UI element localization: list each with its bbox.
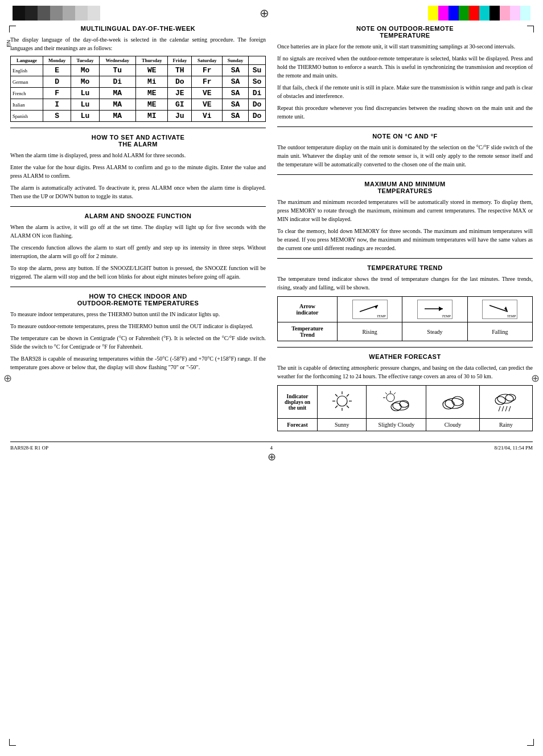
lang-col-header: Language: [11, 56, 43, 65]
table-cell: TH: [168, 65, 192, 76]
divider-1: [10, 128, 266, 128]
temp-label-1: TEMP: [377, 314, 386, 318]
outdoor-remote-section: NOTE ON OUTDOOR-REMOTETEMPERATURE Once b…: [277, 25, 533, 121]
table-cell: Lu: [71, 88, 99, 99]
falling-label: Falling: [467, 322, 532, 341]
alarm-p1: When the alarm time is displayed, press …: [10, 151, 266, 160]
table-cell: Lu: [71, 99, 99, 111]
alarm-p2: Enter the value for the hour digits. Pre…: [10, 163, 266, 180]
color-bar-right: [428, 6, 530, 21]
svg-line-19: [394, 393, 396, 394]
steady-label: Steady: [402, 322, 467, 341]
table-cell: Mo: [71, 65, 99, 76]
sunny-icon-cell: [318, 386, 367, 419]
table-cell: SA: [223, 99, 249, 111]
table-cell: Tu: [99, 65, 136, 76]
svg-point-15: [386, 394, 394, 402]
footer-model: BAR928-E R1 OP: [10, 445, 48, 451]
table-cell: D: [43, 76, 71, 88]
temp-trend-p1: The temperature trend indicator shows th…: [277, 275, 533, 292]
steady-arrow-cell: TEMP: [402, 297, 467, 322]
table-cell: Su: [248, 65, 265, 76]
slightly-cloudy-icon: [379, 389, 413, 414]
outdoor-p2: If no signals are received when the outd…: [277, 54, 533, 80]
indoor-p4: The BAR928 is capable of measuring tempe…: [10, 354, 266, 371]
lang-name-de: German: [11, 76, 43, 88]
table-row: Forecast Sunny Slightly Cloudy Cloudy Ra…: [278, 419, 533, 431]
svg-point-6: [337, 396, 347, 406]
weather-p1: The unit is capable of detecting atmosph…: [277, 363, 533, 381]
outdoor-p1: Once batteries are in place for the remo…: [277, 42, 533, 51]
snooze-title: ALARM AND SNOOZE FUNCTION: [10, 213, 266, 219]
lang-name-it: Italian: [11, 99, 43, 111]
temperature-trend-header: TemperatureTrend: [278, 322, 338, 341]
table-cell: MI: [136, 111, 168, 122]
wed-col-header: Wednesday: [99, 56, 136, 65]
footer-date: 8/21/04, 11:54 PM: [495, 445, 533, 451]
sunny-icon: [328, 389, 356, 414]
table-cell: S: [43, 111, 71, 122]
table-cell: ME: [136, 99, 168, 111]
forecast-header: Forecast: [278, 419, 318, 431]
corner-mark-tr: [527, 26, 534, 32]
divider-6: [277, 258, 533, 259]
table-cell: Fr: [192, 76, 223, 88]
steady-arrow-box: TEMP: [417, 300, 452, 319]
sunny-label: Sunny: [318, 419, 367, 431]
table-row: Arrowindicator TEMP: [278, 297, 533, 322]
indoor-p3: The temperature can be shown in Centigra…: [10, 334, 266, 351]
table-cell: Do: [248, 111, 265, 122]
snooze-p2: The crescendo function allows the alarm …: [10, 243, 266, 260]
table-cell: Di: [99, 76, 136, 88]
table-cell: I: [43, 99, 71, 111]
divider-2: [10, 206, 266, 207]
alarm-p3: The alarm is automatically activated. To…: [10, 183, 266, 201]
right-crosshair-icon: ⊕: [531, 372, 540, 385]
temp-label-2: TEMP: [442, 314, 451, 318]
divider-4: [277, 126, 533, 127]
slightly-cloudy-label: Slightly Cloudy: [367, 419, 426, 431]
table-row: Indicatordisplays onthe unit: [278, 386, 533, 419]
table-cell: VE: [192, 99, 223, 111]
corner-mark-bl: [9, 739, 16, 746]
page-footer: BAR928-E R1 OP 4 8/21/04, 11:54 PM: [10, 442, 533, 451]
table-cell: ME: [136, 88, 168, 99]
table-row: TemperatureTrend Rising Steady Falling: [278, 322, 533, 341]
left-crosshair-icon: ⊕: [3, 372, 12, 385]
divider-7: [277, 347, 533, 348]
temp-label-3: TEMP: [507, 314, 516, 318]
left-column: MULTILINGUAL DAY-OF-THE-WEEK The display…: [10, 25, 266, 436]
language-label: EN: [6, 40, 11, 47]
rainy-label: Rainy: [479, 419, 532, 431]
temp-trend-title: TEMPERATURE TREND: [277, 264, 533, 271]
table-cell: MA: [99, 99, 136, 111]
right-column: NOTE ON OUTDOOR-REMOTETEMPERATURE Once b…: [277, 25, 533, 436]
table-cell: MA: [99, 88, 136, 99]
svg-line-13: [347, 394, 349, 397]
table-cell: E: [43, 65, 71, 76]
table-cell: JE: [168, 88, 192, 99]
svg-line-31: [505, 406, 507, 411]
corner-mark-br: [527, 739, 534, 746]
sat-col-header: Saturday: [192, 56, 223, 65]
table-row: English E Mo Tu WE TH Fr SA Su: [11, 65, 266, 76]
table-cell: MA: [99, 111, 136, 122]
table-cell: Fr: [192, 65, 223, 76]
indoor-p2: To measure outdoor-remote temperatures, …: [10, 322, 266, 330]
language-table: Language Monday Tuesday Wednesday Thursd…: [10, 56, 266, 122]
table-cell: Ju: [168, 111, 192, 122]
temp-trend-section: TEMPERATURE TREND The temperature trend …: [277, 264, 533, 341]
indicator-header: Indicatordisplays onthe unit: [278, 386, 318, 419]
lang-name-fr: French: [11, 88, 43, 99]
cloudy-label: Cloudy: [426, 419, 479, 431]
table-cell: Mo: [71, 76, 99, 88]
indoor-p1: To measure indoor temperatures, press th…: [10, 310, 266, 318]
table-cell: Mi: [136, 76, 168, 88]
bottom-crosshair-icon: ⊕: [268, 451, 276, 463]
svg-line-18: [385, 393, 387, 394]
table-cell: Vi: [192, 111, 223, 122]
falling-arrow-box: TEMP: [482, 300, 517, 319]
sun-col-header: Sunday: [223, 56, 249, 65]
indoor-outdoor-title: HOW TO CHECK INDOOR ANDOUTDOOR-REMOTE TE…: [10, 293, 266, 307]
multilingual-section: MULTILINGUAL DAY-OF-THE-WEEK The display…: [10, 25, 266, 122]
